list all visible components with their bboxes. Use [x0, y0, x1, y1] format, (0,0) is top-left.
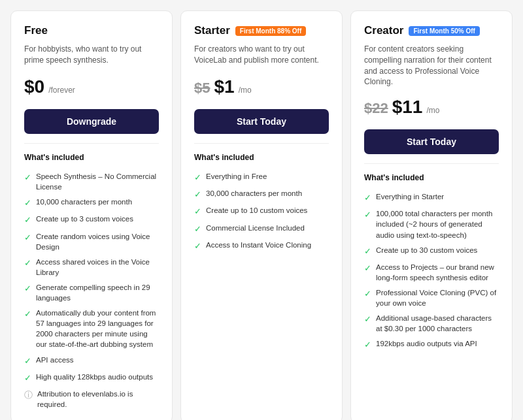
divider	[194, 143, 329, 144]
plan-card-free: FreeFor hobbyists, who want to try out p…	[10, 10, 173, 420]
plan-name: Creator	[364, 24, 403, 37]
feature-list: ✓Everything in Free✓30,000 characters pe…	[194, 171, 329, 252]
feature-text: Access shared voices in the Voice Librar…	[36, 257, 159, 278]
starter-button[interactable]: Start Today	[194, 109, 329, 134]
feature-text: Create up to 10 custom voices	[206, 205, 307, 216]
feature-item: ✓10,000 characters per month	[24, 197, 159, 209]
whats-included-label: What's included	[24, 153, 159, 162]
plan-name: Free	[24, 24, 48, 37]
feature-text: Everything in Free	[206, 171, 267, 182]
feature-text: 100,000 total characters per month inclu…	[376, 208, 499, 240]
price-period: /forever	[48, 86, 75, 95]
price-current: $11	[392, 97, 423, 118]
check-icon: ✓	[194, 189, 201, 201]
check-icon: ✓	[24, 283, 31, 295]
price-current: $1	[214, 76, 234, 97]
whats-included-label: What's included	[364, 173, 499, 182]
check-icon: ✓	[194, 172, 201, 184]
feature-text: Professional Voice Cloning (PVC) of your…	[376, 287, 499, 308]
check-icon: ✓	[194, 240, 201, 252]
feature-item: ✓API access	[24, 355, 159, 367]
feature-item: ✓Create up to 30 custom voices	[364, 245, 499, 257]
feature-item: ✓Speech Synthesis – No Commercial Licens…	[24, 171, 159, 192]
feature-item: ✓Additional usage-based characters at $0…	[364, 313, 499, 334]
whats-included-label: What's included	[194, 153, 329, 162]
feature-text: Create up to 3 custom voices	[36, 214, 133, 224]
check-icon: ✓	[364, 192, 371, 204]
pricing-grid: FreeFor hobbyists, who want to try out p…	[10, 10, 513, 420]
feature-item: ✓30,000 characters per month	[194, 188, 329, 201]
plan-card-creator: CreatorFirst Month 50% OffFor content cr…	[350, 10, 513, 420]
plan-card-starter: StarterFirst Month 88% OffFor creators w…	[180, 10, 343, 420]
check-icon: ✓	[24, 214, 31, 226]
feature-item: ✓Access to Instant Voice Cloning	[194, 240, 329, 252]
price-old: $22	[364, 100, 388, 117]
feature-text: 30,000 characters per month	[206, 188, 302, 199]
price-row: $5$1/mo	[194, 76, 329, 97]
feature-item: ✓Professional Voice Cloning (PVC) of you…	[364, 287, 499, 308]
feature-text: Automatically dub your content from 57 l…	[36, 308, 159, 349]
plan-description: For content creators seeking compelling …	[364, 44, 499, 88]
feature-list: ✓Everything in Starter✓100,000 total cha…	[364, 191, 499, 351]
feature-item: ⓘAttribution to elevenlabs.io is require…	[24, 389, 159, 410]
plan-description: For hobbyists, who want to try out prime…	[24, 44, 159, 67]
feature-item: ✓Automatically dub your content from 57 …	[24, 308, 159, 349]
plan-description: For creators who want to try out VoiceLa…	[194, 44, 329, 67]
plan-header: StarterFirst Month 88% Off	[194, 24, 329, 37]
feature-item: ✓Commercial License Included	[194, 223, 329, 235]
check-icon: ✓	[24, 372, 31, 384]
check-icon: ✓	[24, 172, 31, 184]
price-period: /mo	[239, 86, 252, 95]
info-icon: ⓘ	[24, 389, 33, 401]
check-icon: ✓	[194, 223, 201, 235]
check-icon: ✓	[194, 206, 201, 218]
feature-item: ✓192kbps audio outputs via API	[364, 338, 499, 351]
feature-text: Attribution to elevenlabs.io is required…	[37, 389, 159, 410]
feature-item: ✓Everything in Starter	[364, 191, 499, 204]
free-button[interactable]: Downgrade	[24, 109, 159, 134]
divider	[24, 143, 159, 144]
price-row: $0/forever	[24, 76, 159, 97]
feature-text: Everything in Starter	[376, 191, 444, 202]
feature-text: Speech Synthesis – No Commercial License	[36, 171, 159, 192]
feature-item: ✓Create random voices using Voice Design	[24, 231, 159, 252]
check-icon: ✓	[24, 257, 31, 269]
plan-name: Starter	[194, 24, 230, 37]
feature-item: ✓100,000 total characters per month incl…	[364, 208, 499, 240]
feature-item: ✓High quality 128kbps audio outputs	[24, 372, 159, 384]
feature-text: API access	[36, 355, 74, 365]
feature-item: ✓Create up to 10 custom voices	[194, 205, 329, 218]
price-period: /mo	[426, 106, 439, 115]
feature-text: 192kbps audio outputs via API	[376, 338, 477, 349]
feature-item: ✓Create up to 3 custom voices	[24, 214, 159, 226]
plan-header: Free	[24, 24, 159, 37]
check-icon: ✓	[24, 197, 31, 209]
feature-text: Commercial License Included	[206, 223, 305, 233]
feature-text: 10,000 characters per month	[36, 197, 132, 207]
check-icon: ✓	[364, 339, 371, 351]
price-old: $5	[194, 80, 210, 97]
feature-text: Access to Instant Voice Cloning	[206, 240, 311, 250]
feature-text: Additional usage-based characters at $0.…	[376, 313, 499, 334]
feature-text: Generate compelling speech in 29 languag…	[36, 282, 159, 303]
check-icon: ✓	[364, 246, 371, 257]
check-icon: ✓	[24, 308, 31, 320]
price-row: $22$11/mo	[364, 97, 499, 118]
feature-item: ✓Access to Projects – our brand new long…	[364, 262, 499, 283]
feature-text: Access to Projects – our brand new long-…	[376, 262, 499, 283]
check-icon: ✓	[24, 232, 31, 244]
check-icon: ✓	[364, 209, 371, 221]
feature-item: ✓Generate compelling speech in 29 langua…	[24, 282, 159, 303]
creator-button[interactable]: Start Today	[364, 129, 499, 154]
feature-text: Create up to 30 custom voices	[376, 245, 477, 255]
plan-header: CreatorFirst Month 50% Off	[364, 24, 499, 37]
price-current: $0	[24, 76, 44, 97]
feature-item: ✓Everything in Free	[194, 171, 329, 184]
check-icon: ✓	[364, 263, 371, 274]
feature-text: High quality 128kbps audio outputs	[36, 372, 153, 382]
feature-text: Create random voices using Voice Design	[36, 231, 159, 252]
plan-badge: First Month 88% Off	[235, 26, 306, 36]
check-icon: ✓	[364, 288, 371, 300]
check-icon: ✓	[24, 355, 31, 367]
feature-list: ✓Speech Synthesis – No Commercial Licens…	[24, 171, 159, 410]
